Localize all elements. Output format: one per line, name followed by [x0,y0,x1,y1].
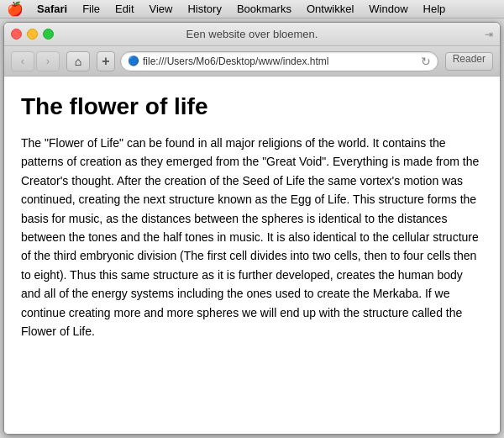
menu-window[interactable]: Window [362,2,414,16]
back-icon: ‹ [21,55,24,67]
window-title: Een website over bloemen. [186,28,318,40]
close-button[interactable] [11,29,22,40]
menu-ontwikkel[interactable]: Ontwikkel [300,2,360,16]
toolbar: ‹ › ⌂ + 🔵 file:///Users/Mo6/Desktop/www/… [4,46,500,77]
home-icon: ⌂ [75,55,81,68]
address-bar[interactable]: 🔵 file:///Users/Mo6/Desktop/www/index.ht… [120,51,438,71]
traffic-lights [11,29,54,40]
forward-icon: › [46,55,50,67]
page-title: The flower of life [21,93,483,120]
menu-view[interactable]: View [143,2,180,16]
titlebar: Een website over bloemen. ⇥ [4,23,500,46]
security-icon: 🔵 [128,55,139,66]
menu-safari[interactable]: Safari [30,2,74,16]
menu-history[interactable]: History [181,2,228,16]
nav-buttons: ‹ › [11,51,60,71]
menu-bookmarks[interactable]: Bookmarks [230,2,298,16]
menubar: 🍎 Safari File Edit View History Bookmark… [0,0,504,18]
reader-button[interactable]: Reader [445,52,493,71]
maximize-button[interactable] [43,29,54,40]
address-text: file:///Users/Mo6/Desktop/www/index.html [143,55,417,67]
page-content: The flower of life The "Flower of Life" … [4,77,500,434]
back-button[interactable]: ‹ [11,51,34,71]
menu-file[interactable]: File [76,2,107,16]
browser-window: Een website over bloemen. ⇥ ‹ › ⌂ + 🔵 fi… [3,22,501,435]
resize-icon[interactable]: ⇥ [485,29,493,40]
add-tab-button[interactable]: + [97,51,115,71]
home-button[interactable]: ⌂ [66,51,90,71]
apple-menu[interactable]: 🍎 [7,1,24,17]
forward-button[interactable]: › [36,51,60,71]
page-body: The "Flower of Life" can be found in all… [21,134,483,340]
menu-help[interactable]: Help [417,2,453,16]
menu-edit[interactable]: Edit [108,2,140,16]
plus-icon: + [102,54,109,69]
reload-button[interactable]: ↻ [421,55,431,68]
minimize-button[interactable] [27,29,38,40]
